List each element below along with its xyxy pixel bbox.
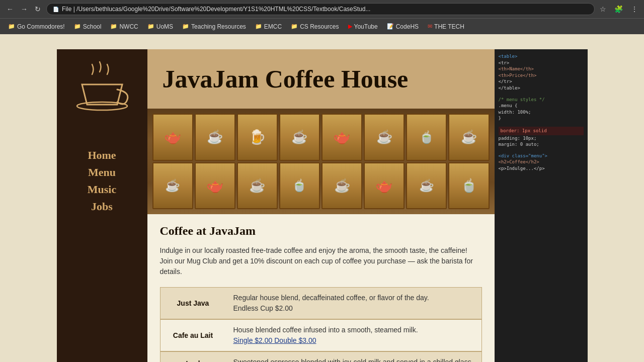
back-button[interactable]: ← — [4, 4, 16, 14]
bookmark-teaching-resources[interactable]: 📁 Teaching Resources — [178, 22, 250, 32]
menu-item-name-cafe-au-lait: Cafe au Lait — [160, 320, 226, 351]
nav-menu: Home Menu Music Jobs — [88, 149, 116, 213]
mug-icon: ☕ — [207, 129, 223, 145]
site-title: JavaJam Coffee House — [163, 64, 409, 94]
mug-icon: 🫖 — [164, 129, 182, 145]
bookmark-school[interactable]: 📁 School — [70, 22, 106, 32]
mug-icon: 🍺 — [249, 129, 266, 145]
menu-row-just-java: Just Java Regular house blend, decaffein… — [160, 287, 482, 319]
bookmark-label: THE TECH — [434, 23, 464, 30]
menu-row-cafe-au-lait: Cafe au Lait House blended coffee infuse… — [160, 319, 482, 351]
mug-icon: ☕ — [461, 129, 477, 145]
bookmark-label: YouTube — [354, 23, 378, 30]
lock-icon: 📄 — [53, 7, 59, 12]
url-text: File | /Users/bethlucas/Google%20Drive/S… — [62, 6, 370, 13]
nav-link-jobs[interactable]: Jobs — [91, 200, 113, 213]
folder-icon: 📁 — [255, 23, 262, 30]
bookmark-cs-resources[interactable]: 📁 CS Resources — [287, 22, 343, 32]
shelf-cell: 🫖 — [152, 114, 193, 161]
bookmark-codehs[interactable]: 📝 CodeHS — [383, 22, 423, 32]
menu-table: Just Java Regular house blend, decaffein… — [160, 287, 482, 362]
shelf-cell: 🫖 — [195, 162, 235, 210]
bookmark-nwcc[interactable]: 📁 NWCC — [106, 22, 142, 32]
bookmark-label: Go Commodores! — [17, 23, 65, 30]
mug-icon: 🫖 — [375, 177, 393, 194]
sidebar: Home Menu Music Jobs — [57, 49, 147, 362]
page-wrapper: Home Menu Music Jobs — [0, 34, 644, 362]
shelf-cell: 🫖 — [364, 162, 405, 210]
codehs-icon: 📝 — [387, 23, 394, 30]
address-bar[interactable]: 📄 File | /Users/bethlucas/Google%20Drive… — [46, 3, 595, 15]
mug-icon: 🍵 — [461, 178, 477, 194]
nav-item-music: Music — [88, 183, 116, 196]
nav-link-home[interactable]: Home — [88, 149, 116, 161]
folder-icon: 📁 — [110, 23, 117, 30]
menu-item-name-just-java: Just Java — [160, 288, 226, 319]
bookmark-label: NWCC — [119, 23, 138, 30]
content-area: Coffee at JavaJam Indulge in our locally… — [147, 214, 495, 362]
shelf-cell: ☕ — [406, 162, 447, 210]
nav-item-menu: Menu — [88, 166, 116, 179]
mug-icon: 🫖 — [206, 177, 224, 194]
shelf-cell: ☕ — [195, 114, 235, 161]
bookmark-label: CS Resources — [300, 23, 339, 30]
mug-icon: ☕ — [376, 129, 392, 145]
menu-item-desc-just-java: Regular house blend, decaffeinated coffe… — [226, 288, 481, 319]
folder-icon: 📁 — [182, 23, 189, 30]
shelf-container: 🫖 ☕ 🍺 ☕ 🫖 ☕ 🍵 ☕ ☕ 🫖 ☕ 🍵 — [147, 109, 495, 214]
menu-item-desc-cafe-au-lait: House blended coffee infused into a smoo… — [226, 320, 481, 351]
shelf-cell: 🍵 — [279, 162, 320, 210]
browser-toolbar: ← → ↻ 📄 File | /Users/bethlucas/Google%2… — [0, 0, 644, 18]
shelf-cell: ☕ — [321, 162, 362, 210]
mug-icon: 🍵 — [419, 130, 434, 144]
bookmark-label: EMCC — [264, 23, 282, 30]
nav-link-menu[interactable]: Menu — [88, 166, 116, 178]
site-header: JavaJam Coffee House — [147, 49, 495, 109]
bookmarks-bar: 📁 Go Commodores! 📁 School 📁 NWCC 📁 UoMS … — [0, 18, 644, 34]
mug-icon: ☕ — [334, 178, 350, 194]
bookmark-go-commodores[interactable]: 📁 Go Commodores! — [4, 22, 69, 32]
folder-icon: 📁 — [8, 23, 15, 30]
mug-icon: ☕ — [419, 178, 434, 193]
nav-buttons: ← → ↻ — [4, 4, 43, 14]
forward-button[interactable]: → — [18, 4, 30, 14]
menu-row-iced-cappuccino: Iced Cappuccino Sweetened espresso blend… — [160, 351, 482, 362]
cafe-au-lait-price-link[interactable]: Single $2.00 Double $3.00 — [233, 336, 316, 344]
section-title: Coffee at JavaJam — [160, 224, 482, 238]
menu-item-desc-iced-cappuccino: Sweetened espresso blended with icy-cold… — [226, 352, 481, 362]
bookmark-label: UoMS — [156, 23, 173, 30]
shelf-cell: ☕ — [279, 114, 320, 161]
shelf-cell: 🍵 — [406, 114, 447, 161]
nav-item-jobs: Jobs — [88, 200, 116, 213]
page-container: Home Menu Music Jobs — [57, 49, 495, 362]
bookmark-youtube[interactable]: ▶ YouTube — [344, 22, 382, 32]
folder-icon: 📁 — [147, 23, 154, 30]
section-description: Indulge in our locally roasted free-trad… — [160, 245, 482, 277]
shelf-cell: ☕ — [364, 114, 405, 161]
folder-icon: 📁 — [74, 23, 81, 30]
menu-icon[interactable]: ⋮ — [629, 4, 640, 14]
main-content: JavaJam Coffee House 🫖 ☕ 🍺 ☕ 🫖 ☕ 🍵 — [147, 49, 495, 362]
bookmark-star-icon[interactable]: ☆ — [598, 4, 608, 14]
mug-icon: ☕ — [291, 129, 307, 145]
refresh-button[interactable]: ↻ — [32, 4, 43, 14]
shelf-cell: ☕ — [152, 162, 193, 210]
mail-icon: ✉ — [428, 23, 432, 30]
coffee-logo — [72, 59, 132, 124]
bookmark-label: School — [83, 23, 102, 30]
shelf-cell: ☕ — [237, 162, 278, 210]
mug-icon: ☕ — [249, 178, 265, 194]
bookmark-the-tech[interactable]: ✉ THE TECH — [424, 22, 468, 32]
main-layout: Home Menu Music Jobs — [57, 49, 495, 362]
mug-icon: 🫖 — [333, 129, 351, 145]
shelf-cell: 🍵 — [448, 162, 489, 210]
mug-icon: ☕ — [165, 178, 180, 193]
hero-image: 🫖 ☕ 🍺 ☕ 🫖 ☕ 🍵 ☕ ☕ 🫖 ☕ 🍵 — [147, 109, 495, 214]
bookmark-label: Teaching Resources — [191, 23, 246, 30]
nav-link-music[interactable]: Music — [88, 183, 116, 196]
bookmark-emcc[interactable]: 📁 EMCC — [251, 22, 286, 32]
folder-icon: 📁 — [291, 23, 298, 30]
nav-item-home: Home — [88, 149, 116, 162]
bookmark-uoms[interactable]: 📁 UoMS — [143, 22, 177, 32]
extensions-icon[interactable]: 🧩 — [612, 4, 625, 14]
